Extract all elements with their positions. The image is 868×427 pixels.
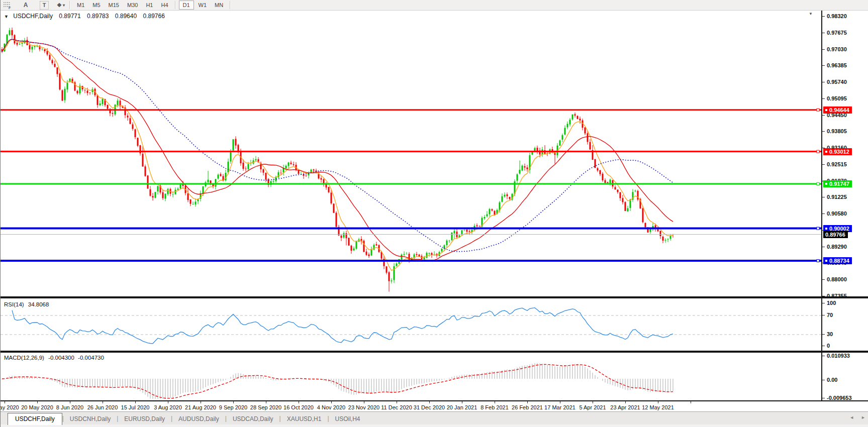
price-axis-tick: [822, 164, 825, 165]
date-axis[interactable]: 1 May 202020 May 20208 Jun 202026 Jun 20…: [1, 400, 868, 411]
date-axis-tick: [168, 401, 168, 403]
rsi-axis-label: 0: [827, 343, 830, 349]
date-axis-tick: [37, 401, 38, 403]
price-axis-tick: [822, 65, 825, 66]
bull-candle-bodies: [5, 30, 670, 281]
trading-platform-window: F A T ❖ ▾ M1M5M15M30H1H4D1W1MN ▼ USDCHF,…: [0, 0, 868, 427]
chart-shift-marker[interactable]: ▼: [809, 12, 813, 16]
tab-usdcnh-daily[interactable]: USDCNH,Daily: [64, 414, 117, 424]
tab-scroll-right-icon[interactable]: ►: [861, 415, 865, 420]
date-axis-label: 31 Dec 2020: [414, 404, 445, 410]
price-tag: 0.91747: [823, 180, 852, 187]
timeframe-button-mn[interactable]: MN: [211, 1, 227, 9]
panel-splitter[interactable]: [1, 351, 868, 353]
date-axis-tick: [135, 401, 136, 403]
tab-usoil-h4[interactable]: USOil,H4: [329, 414, 366, 424]
rsi-line: [12, 308, 673, 344]
macd-axis-tick: [822, 356, 825, 356]
fibonacci-icon-letter: F: [9, 6, 11, 10]
tab-usdchf-daily[interactable]: USDCHF,Daily: [8, 413, 62, 425]
fibonacci-retracement-tool[interactable]: F: [3, 1, 13, 10]
fibonacci-icon: F: [3, 1, 12, 10]
price-axis[interactable]: 0.983200.976750.970300.963850.957400.950…: [821, 11, 868, 400]
arrows-icon: ❖: [57, 2, 62, 9]
macd-axis-label: 0.00: [827, 377, 837, 383]
ohlc-high: 0.89783: [87, 13, 109, 20]
toolbar-separator: [230, 1, 231, 9]
rsi-axis-label: 30: [827, 331, 833, 337]
date-axis-tick: [331, 401, 332, 403]
timeframe-button-h1[interactable]: H1: [142, 1, 156, 9]
text-box-tool[interactable]: T: [40, 1, 49, 10]
rsi-axis-tick: [822, 315, 825, 315]
timeframe-button-m30[interactable]: M30: [124, 1, 141, 9]
timeframe-button-h4[interactable]: H4: [157, 1, 171, 9]
tab-audusd-daily[interactable]: AUDUSD,Daily: [172, 414, 225, 424]
price-axis-label: 0.88000: [827, 276, 847, 282]
ma-fast-orange: [2, 39, 673, 270]
date-axis-tick: [397, 401, 397, 403]
macd-signal-value: -0.004730: [78, 355, 104, 361]
price-axis-tick: [822, 131, 825, 132]
macd-axis-label: 0.010933: [827, 353, 850, 359]
price-axis-label: 0.96385: [827, 62, 847, 68]
price-axis-tick: [822, 279, 825, 280]
collapse-arrow-icon[interactable]: ▼: [4, 14, 9, 19]
tab-scroll-left-icon[interactable]: ◄: [849, 415, 854, 420]
current-price-value: 0.89766: [825, 232, 845, 238]
rsi-axis-tick: [822, 334, 825, 335]
timeframe-button-m15[interactable]: M15: [105, 1, 123, 9]
arrows-tool[interactable]: ❖ ▾: [56, 1, 66, 10]
date-axis-label: 26 Jun 2020: [87, 404, 118, 410]
toolbar-separator: [175, 1, 176, 9]
bear-candle-bodies: [2, 30, 673, 281]
rsi-axis-tick: [822, 303, 825, 303]
text-label-tool[interactable]: A: [21, 1, 31, 10]
toolbar-separator: [69, 1, 70, 9]
tab-scroll-nav: ◄ ►: [849, 415, 865, 420]
panel-splitter[interactable]: [1, 296, 868, 298]
line-handle: [817, 150, 819, 153]
tab-xauusd-h1[interactable]: XAUUSD,H1: [281, 414, 328, 424]
price-axis-tick: [822, 98, 825, 99]
chart-tab-bar: USDCHF,Daily|USDCNH,Daily|EURUSD,Daily|A…: [1, 411, 868, 424]
date-axis-tick: [658, 401, 658, 403]
chart-title: ▼ USDCHF,Daily 0.89771 0.89783 0.89640 0…: [4, 13, 165, 20]
bull-candle-wicks: [5, 28, 670, 284]
price-axis-label: 0.91225: [827, 194, 847, 200]
price-tag-value: 0.91747: [829, 181, 849, 187]
timeframe-button-w1[interactable]: W1: [195, 1, 211, 9]
price-axis-label: 0.95095: [827, 95, 847, 101]
rsi-axis-label: 100: [827, 300, 836, 306]
date-axis-label: 4 Nov 2020: [317, 404, 345, 410]
bear-candle-wicks: [2, 28, 673, 292]
date-axis-tick: [625, 401, 626, 403]
macd-name: MACD(12,26,9): [4, 355, 44, 361]
macd-axis-tick: [822, 380, 825, 380]
timeframe-button-d1[interactable]: D1: [179, 1, 194, 10]
macd-value: -0.004300: [48, 355, 74, 361]
price-axis-label: 0.89290: [827, 244, 847, 250]
current-price-tag: 0.89766: [823, 231, 848, 238]
date-axis-tick: [299, 401, 299, 403]
timeframe-button-m5[interactable]: M5: [89, 1, 104, 9]
macd-histogram: [2, 363, 673, 399]
timeframe-button-m1[interactable]: M1: [73, 1, 88, 9]
date-axis-label: 17 Mar 2021: [544, 404, 575, 410]
main-chart-canvas[interactable]: [1, 11, 821, 297]
tag-handle-icon: [825, 228, 827, 230]
tab-eurusd-daily[interactable]: EURUSD,Daily: [118, 414, 171, 424]
date-axis-tick: [527, 401, 528, 403]
macd-panel-canvas[interactable]: [1, 353, 821, 400]
date-axis-label: 20 May 2020: [21, 404, 53, 410]
tag-handle-icon: [825, 183, 827, 185]
date-axis-label: 9 Sep 2020: [219, 404, 247, 410]
rsi-value: 34.8068: [28, 301, 49, 307]
date-axis-tick: [593, 401, 593, 403]
text-label-icon: A: [24, 2, 28, 9]
text-box-icon: T: [43, 2, 46, 8]
price-axis-label: 0.95740: [827, 79, 847, 85]
rsi-panel-canvas[interactable]: [1, 299, 821, 351]
date-axis-label: 12 May 2021: [642, 404, 674, 410]
tab-usdcad-daily[interactable]: USDCAD,Daily: [227, 414, 279, 424]
